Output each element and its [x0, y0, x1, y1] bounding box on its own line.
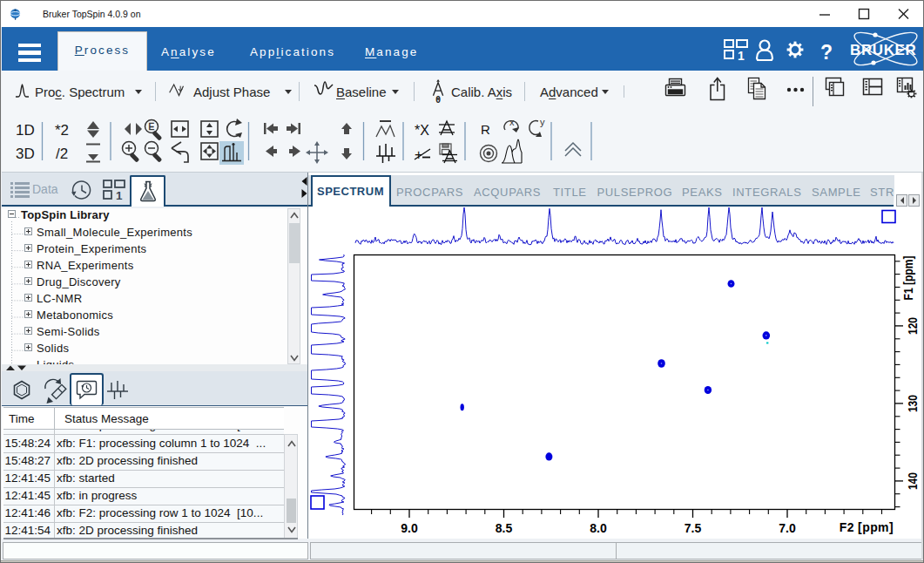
svg-text:1: 1	[738, 49, 745, 63]
svg-text:3D: 3D	[16, 146, 35, 162]
svg-text:140: 140	[906, 472, 920, 490]
svg-text:F2 [ppm]: F2 [ppm]	[840, 520, 894, 534]
svg-text:x: x	[509, 117, 515, 127]
svg-text:E: E	[149, 122, 155, 132]
svg-text:7.0: 7.0	[779, 521, 796, 535]
svg-text:1: 1	[116, 189, 123, 200]
svg-text:130: 130	[906, 395, 920, 412]
svg-text:8.5: 8.5	[496, 521, 513, 535]
svg-text:R: R	[481, 122, 490, 137]
svg-text:F1 [ppm]: F1 [ppm]	[901, 256, 915, 301]
svg-text:1D: 1D	[16, 122, 35, 139]
svg-text:y: y	[540, 117, 545, 127]
svg-text:9.0: 9.0	[401, 521, 418, 535]
svg-text:0: 0	[435, 95, 441, 104]
svg-text:7.5: 7.5	[685, 521, 702, 535]
svg-text:/2: /2	[56, 146, 68, 162]
svg-text:*2: *2	[55, 122, 69, 139]
svg-text:BRUKER: BRUKER	[850, 42, 916, 58]
svg-text:8.0: 8.0	[590, 521, 607, 535]
svg-text:120: 120	[906, 317, 920, 335]
svg-text:?: ?	[820, 41, 833, 64]
svg-text:*X: *X	[415, 123, 429, 138]
